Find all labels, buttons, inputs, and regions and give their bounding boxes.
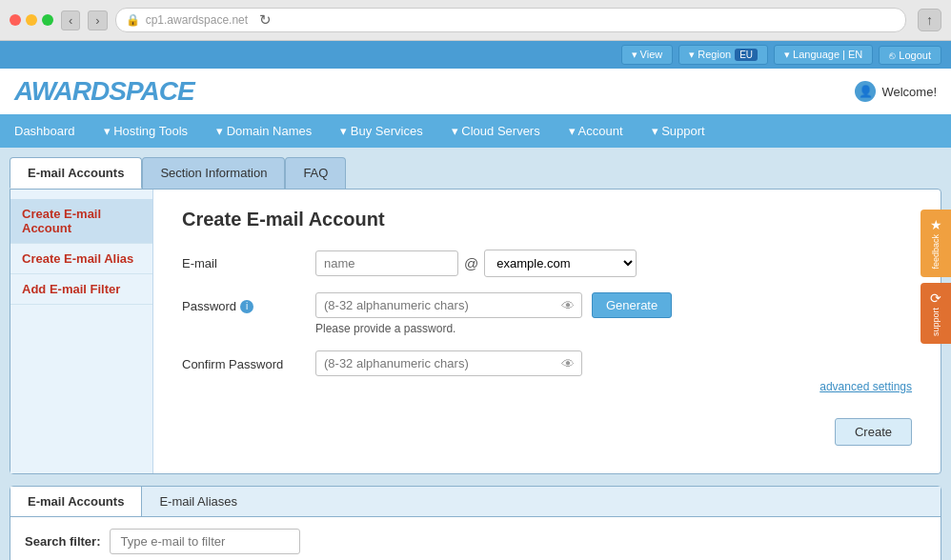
bottom-tabs: E-mail Accounts E-mail Aliases xyxy=(10,487,941,517)
nav-bar: Dashboard ▾ Hosting Tools ▾ Domain Names… xyxy=(0,114,951,148)
password-error: Please provide a password. xyxy=(315,322,912,335)
support-label: support xyxy=(931,308,941,336)
share-button[interactable]: ↑ xyxy=(918,9,941,31)
nav-dashboard[interactable]: Dashboard xyxy=(0,114,90,148)
minimize-button[interactable] xyxy=(26,14,37,26)
bottom-section: E-mail Accounts E-mail Aliases Search fi… xyxy=(10,486,941,560)
bottom-content: Search filter: xyxy=(10,517,941,560)
password-control: 👁 Generate Please provide a password. xyxy=(315,292,912,335)
welcome-area: 👤 Welcome! xyxy=(855,81,937,102)
lock-icon: 🔒 xyxy=(126,13,140,27)
create-button[interactable]: Create xyxy=(835,418,912,446)
welcome-text: Welcome! xyxy=(881,85,937,99)
email-row: E-mail @ example.com xyxy=(182,250,912,277)
tab-email-accounts[interactable]: E-mail Accounts xyxy=(10,157,142,189)
search-label: Search filter: xyxy=(25,534,100,549)
confirm-password-row: Confirm Password 👁 advanced settings xyxy=(182,350,912,393)
search-input[interactable] xyxy=(110,529,300,554)
confirm-password-input[interactable] xyxy=(315,350,582,376)
refresh-button[interactable]: ↻ xyxy=(259,11,272,29)
nav-hosting-tools[interactable]: ▾ Hosting Tools xyxy=(90,114,202,148)
tab-faq[interactable]: FAQ xyxy=(285,157,346,189)
address-bar[interactable]: 🔒 cp1.awardspace.net ↻ xyxy=(115,8,906,32)
support-icon: ⟳ xyxy=(930,290,941,306)
logo-bar: AWARDSPACE 👤 Welcome! xyxy=(0,69,951,114)
confirm-eye-icon[interactable]: 👁 xyxy=(561,356,575,371)
url-text: cp1.awardspace.net xyxy=(146,13,248,27)
forward-button[interactable]: › xyxy=(88,10,107,30)
email-domain-select[interactable]: example.com xyxy=(484,250,637,277)
maximize-button[interactable] xyxy=(42,14,53,26)
nav-buy-services[interactable]: ▾ Buy Services xyxy=(326,114,436,148)
search-filter-row: Search filter: xyxy=(25,529,926,554)
close-button[interactable] xyxy=(10,14,21,26)
region-badge: EU xyxy=(735,49,758,61)
support-button[interactable]: ⟳ support xyxy=(921,283,951,344)
main-panel: Create E-mail Account Create E-mail Alia… xyxy=(10,189,941,474)
eye-icon[interactable]: 👁 xyxy=(561,298,575,313)
logo: AWARDSPACE xyxy=(14,76,194,107)
feedback-star-icon: ★ xyxy=(930,217,942,232)
advanced-settings-link[interactable]: advanced settings xyxy=(819,380,912,393)
nav-account[interactable]: ▾ Account xyxy=(555,114,637,148)
confirm-password-control: 👁 advanced settings xyxy=(315,350,912,393)
confirm-password-label: Confirm Password xyxy=(182,350,315,371)
content-area: E-mail Accounts Section Information FAQ … xyxy=(0,148,951,560)
password-input[interactable] xyxy=(315,292,582,318)
info-icon[interactable]: i xyxy=(240,300,253,313)
side-buttons: ★ feedback ⟳ support xyxy=(921,210,951,344)
main-tabs: E-mail Accounts Section Information FAQ xyxy=(10,157,941,189)
sidebar: Create E-mail Account Create E-mail Alia… xyxy=(10,190,153,473)
view-button[interactable]: ▾ View xyxy=(621,45,674,65)
form-title: Create E-mail Account xyxy=(182,209,912,230)
logout-button[interactable]: ⎋ Logout xyxy=(879,46,941,65)
top-bar: ▾ View ▾ Region EU ▾ Language | EN ⎋ Log… xyxy=(0,41,951,69)
password-row: Password i 👁 Generate Please provide a p… xyxy=(182,292,912,335)
form-area: Create E-mail Account E-mail @ example.c… xyxy=(153,190,941,473)
logo-red: AWARD xyxy=(14,76,109,106)
email-control: @ example.com xyxy=(315,250,912,277)
browser-chrome: ‹ › 🔒 cp1.awardspace.net ↻ ↑ xyxy=(0,0,951,41)
generate-button[interactable]: Generate xyxy=(592,292,672,318)
back-button[interactable]: ‹ xyxy=(61,10,80,30)
feedback-label: feedback xyxy=(931,234,941,270)
feedback-button[interactable]: ★ feedback xyxy=(921,210,951,277)
bottom-tab-email-accounts[interactable]: E-mail Accounts xyxy=(10,487,142,516)
email-name-input[interactable] xyxy=(315,250,458,276)
traffic-lights xyxy=(10,14,53,26)
language-button[interactable]: ▾ Language | EN xyxy=(774,45,873,65)
tab-section-information[interactable]: Section Information xyxy=(142,157,285,189)
nav-cloud-servers[interactable]: ▾ Cloud Servers xyxy=(437,114,555,148)
confirm-password-wrap: 👁 xyxy=(315,350,582,376)
password-wrap: 👁 xyxy=(315,292,582,318)
nav-support[interactable]: ▾ Support xyxy=(637,114,719,148)
region-button[interactable]: ▾ Region EU xyxy=(678,45,768,65)
logo-blue: SPACE xyxy=(109,76,193,106)
email-label: E-mail xyxy=(182,250,315,270)
nav-domain-names[interactable]: ▾ Domain Names xyxy=(202,114,326,148)
user-avatar: 👤 xyxy=(855,81,876,102)
bottom-tab-email-aliases[interactable]: E-mail Aliases xyxy=(142,487,254,516)
at-sign: @ xyxy=(464,255,478,271)
password-label: Password i xyxy=(182,292,315,313)
sidebar-create-email-account[interactable]: Create E-mail Account xyxy=(10,199,152,244)
sidebar-add-email-filter[interactable]: Add E-mail Filter xyxy=(10,274,152,305)
sidebar-create-email-alias[interactable]: Create E-mail Alias xyxy=(10,244,152,274)
